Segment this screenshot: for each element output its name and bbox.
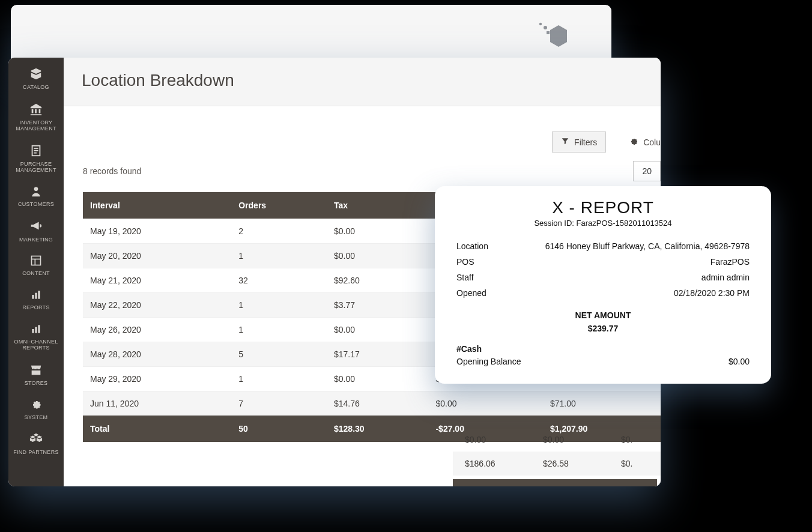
sidebar-item-marketing[interactable]: MARKETING bbox=[8, 214, 64, 249]
store-icon bbox=[10, 363, 62, 378]
cell-value: 1 bbox=[231, 244, 327, 268]
box-icon bbox=[10, 67, 62, 82]
receipt-session: Session ID: FarazPOS-1582011013524 bbox=[456, 219, 750, 228]
cell-value: $3.77 bbox=[327, 293, 428, 318]
cell-value: $0.00 bbox=[453, 435, 531, 444]
svg-rect-9 bbox=[32, 256, 41, 265]
sidebar-item-label: SYSTEM bbox=[10, 414, 62, 420]
cell-value: May 28, 2020 bbox=[83, 342, 231, 367]
toolbar: Filters Colu bbox=[64, 106, 661, 153]
filters-button[interactable]: Filters bbox=[552, 131, 606, 153]
sidebar-item-label: OMNI-CHANNEL REPORTS bbox=[10, 339, 62, 351]
cell-value: May 29, 2020 bbox=[83, 367, 231, 391]
receipt-value: 6146 Honey Bluff Parkway, CA, California… bbox=[545, 241, 750, 251]
col-tax[interactable]: Tax bbox=[327, 192, 428, 219]
bar-chart-icon bbox=[10, 289, 62, 302]
cell-value: $92.60 bbox=[327, 268, 428, 293]
cell-value: 1 bbox=[231, 318, 327, 342]
funnel-icon bbox=[561, 137, 569, 147]
page-size-select[interactable]: 20 bbox=[633, 161, 661, 181]
svg-rect-13 bbox=[35, 292, 37, 298]
session-id: FarazPOS-1582011013524 bbox=[577, 219, 672, 228]
total-orders: 50 bbox=[231, 416, 327, 442]
sidebar-item-omnichannel-reports[interactable]: OMNI-CHANNEL REPORTS bbox=[8, 318, 64, 357]
cell-value: May 22, 2020 bbox=[83, 293, 231, 318]
receipt-key: Opened bbox=[456, 288, 486, 298]
admin-sidebar: CATALOG INVENTORY MANAGEMENT PURCHASE MA… bbox=[8, 58, 64, 486]
net-amount-label: NET AMOUNT bbox=[456, 310, 750, 320]
columns-button[interactable]: Colu bbox=[620, 131, 661, 153]
cell-value: 2 bbox=[231, 219, 327, 244]
page-title: Location Breakdown bbox=[64, 58, 661, 106]
gear-icon bbox=[10, 398, 62, 411]
cell-value: $186.06 bbox=[453, 459, 531, 468]
sidebar-item-customers[interactable]: CUSTOMERS bbox=[8, 181, 64, 214]
sidebar-item-system[interactable]: SYSTEM bbox=[8, 393, 64, 426]
sidebar-item-stores[interactable]: STORES bbox=[8, 358, 64, 393]
cell-value: 1 bbox=[231, 367, 327, 391]
sidebar-item-content[interactable]: CONTENT bbox=[8, 250, 64, 283]
cell-value: May 19, 2020 bbox=[83, 219, 231, 244]
cell-value: Jun 11, 2020 bbox=[83, 391, 231, 416]
sidebar-item-catalog[interactable]: CATALOG bbox=[8, 62, 64, 97]
total-extra-3: $0. bbox=[609, 479, 657, 486]
svg-point-2 bbox=[539, 23, 542, 25]
sidebar-item-label: INVENTORY MANAGEMENT bbox=[10, 119, 62, 132]
cell-value: 5 bbox=[231, 342, 327, 367]
x-report-receipt: X - REPORT Session ID: FarazPOS-15820110… bbox=[435, 186, 771, 384]
sidebar-item-inventory[interactable]: INVENTORY MANAGEMENT bbox=[8, 98, 64, 138]
cell-value: $0.00 bbox=[428, 391, 543, 416]
cell-value: $14.76 bbox=[327, 391, 428, 416]
brand-logo-icon bbox=[527, 16, 575, 54]
receipt-value: FarazPOS bbox=[710, 257, 750, 267]
cell-value: May 26, 2020 bbox=[83, 318, 231, 342]
bar-chart-icon bbox=[10, 323, 62, 336]
svg-point-1 bbox=[544, 26, 547, 29]
sidebar-item-find-partners[interactable]: FIND PARTNERS bbox=[8, 428, 64, 462]
receipt-key: Staff bbox=[456, 273, 474, 282]
sidebar-item-label: STORES bbox=[10, 380, 62, 386]
cell-value: $0.00 bbox=[531, 435, 609, 444]
layout-icon bbox=[10, 255, 62, 268]
cell-value: $0.00 bbox=[327, 244, 428, 268]
receipt-row: Location6146 Honey Bluff Parkway, CA, Ca… bbox=[456, 238, 750, 254]
receipt-value: admin admin bbox=[701, 273, 750, 282]
svg-marker-0 bbox=[550, 25, 567, 47]
session-prefix: Session ID: bbox=[534, 219, 576, 228]
document-icon bbox=[10, 144, 62, 159]
total-tax: $128.30 bbox=[327, 416, 428, 442]
megaphone-icon bbox=[10, 219, 62, 234]
background-card bbox=[11, 5, 611, 65]
cell-value: 1 bbox=[231, 293, 327, 318]
columns-label: Colu bbox=[643, 138, 661, 147]
cell-value: $0.00 bbox=[327, 367, 428, 391]
svg-rect-3 bbox=[547, 31, 550, 34]
cell-value: 7 bbox=[231, 391, 327, 416]
opening-balance-value: $0.00 bbox=[729, 357, 750, 366]
receipt-title: X - REPORT bbox=[456, 198, 750, 217]
total-label: Total bbox=[83, 416, 231, 442]
cash-section-label: #Cash bbox=[456, 344, 750, 354]
sidebar-item-label: MARKETING bbox=[10, 237, 62, 243]
extra-totals-peek: $1,775.56 $35.51 $0. bbox=[453, 479, 661, 486]
sidebar-item-label: CUSTOMERS bbox=[10, 201, 62, 207]
sidebar-item-purchase[interactable]: PURCHASE MANAGEMENT bbox=[8, 139, 64, 180]
sidebar-item-reports[interactable]: REPORTS bbox=[8, 284, 64, 317]
filters-label: Filters bbox=[574, 138, 597, 147]
col-interval[interactable]: Interval bbox=[83, 192, 231, 219]
cubes-icon bbox=[10, 432, 62, 447]
cell-value: $71.00 bbox=[543, 391, 661, 416]
cell-value: $0. bbox=[609, 435, 657, 444]
total-extra-1: $1,775.56 bbox=[453, 479, 531, 486]
cell-value: $0.00 bbox=[327, 219, 428, 244]
cell-value: 32 bbox=[231, 268, 327, 293]
svg-point-8 bbox=[34, 187, 38, 191]
receipt-row: POSFarazPOS bbox=[456, 254, 750, 270]
records-count: 8 records found bbox=[83, 166, 141, 176]
receipt-value: 02/18/2020 2:30 PM bbox=[674, 288, 750, 298]
svg-rect-12 bbox=[32, 295, 34, 299]
col-orders[interactable]: Orders bbox=[231, 192, 327, 219]
opening-balance-label: Opening Balance bbox=[456, 357, 521, 366]
sidebar-item-label: REPORTS bbox=[10, 304, 62, 310]
table-row[interactable]: Jun 11, 20207$14.76$0.00$71.00 bbox=[83, 391, 661, 416]
